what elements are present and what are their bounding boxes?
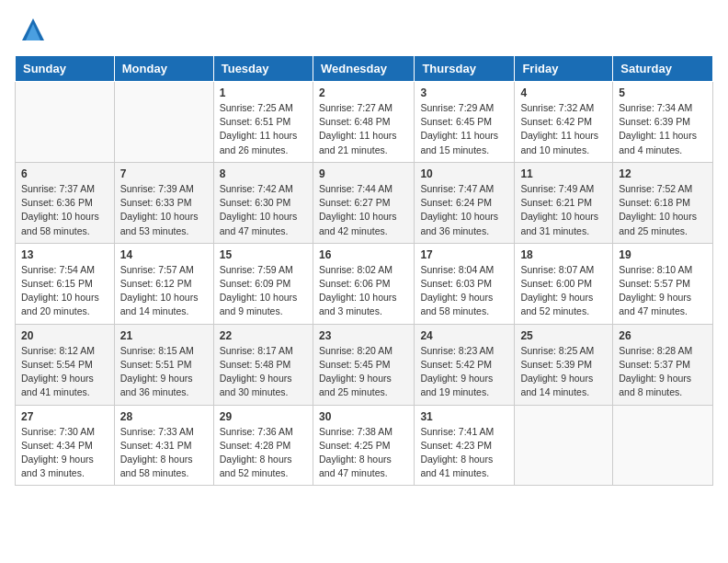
calendar-cell: 17Sunrise: 8:04 AM Sunset: 6:03 PM Dayli… <box>415 243 515 324</box>
day-info: Sunrise: 7:38 AM Sunset: 4:25 PM Dayligh… <box>319 425 408 481</box>
calendar-cell: 28Sunrise: 7:33 AM Sunset: 4:31 PM Dayli… <box>114 405 213 486</box>
calendar-cell: 26Sunrise: 8:28 AM Sunset: 5:37 PM Dayli… <box>613 324 713 405</box>
day-number: 31 <box>420 410 508 423</box>
calendar-cell: 9Sunrise: 7:44 AM Sunset: 6:27 PM Daylig… <box>313 162 414 243</box>
day-number: 10 <box>420 167 508 180</box>
day-number: 12 <box>619 167 707 180</box>
calendar-cell: 22Sunrise: 8:17 AM Sunset: 5:48 PM Dayli… <box>213 324 313 405</box>
day-info: Sunrise: 7:33 AM Sunset: 4:31 PM Dayligh… <box>120 425 208 481</box>
day-number: 18 <box>520 248 607 261</box>
calendar-week-row: 6Sunrise: 7:37 AM Sunset: 6:36 PM Daylig… <box>16 162 713 243</box>
calendar-cell: 13Sunrise: 7:54 AM Sunset: 6:15 PM Dayli… <box>16 243 115 324</box>
day-number: 20 <box>21 329 108 342</box>
day-number: 28 <box>120 410 208 423</box>
calendar-cell: 14Sunrise: 7:57 AM Sunset: 6:12 PM Dayli… <box>114 243 213 324</box>
day-number: 3 <box>420 86 508 99</box>
calendar: SundayMondayTuesdayWednesdayThursdayFrid… <box>15 55 713 486</box>
calendar-cell: 18Sunrise: 8:07 AM Sunset: 6:00 PM Dayli… <box>515 243 613 324</box>
calendar-cell: 31Sunrise: 7:41 AM Sunset: 4:23 PM Dayli… <box>415 405 515 486</box>
day-info: Sunrise: 8:15 AM Sunset: 5:51 PM Dayligh… <box>120 344 208 400</box>
day-number: 13 <box>21 248 108 261</box>
day-info: Sunrise: 7:34 AM Sunset: 6:39 PM Dayligh… <box>619 101 707 157</box>
header-tuesday: Tuesday <box>213 56 313 82</box>
day-info: Sunrise: 7:32 AM Sunset: 6:42 PM Dayligh… <box>520 101 607 157</box>
logo-icon <box>18 15 48 44</box>
day-number: 19 <box>619 248 707 261</box>
day-info: Sunrise: 7:59 AM Sunset: 6:09 PM Dayligh… <box>220 263 307 319</box>
day-number: 22 <box>220 329 307 342</box>
day-info: Sunrise: 7:39 AM Sunset: 6:33 PM Dayligh… <box>120 182 208 238</box>
calendar-cell: 21Sunrise: 8:15 AM Sunset: 5:51 PM Dayli… <box>114 324 213 405</box>
calendar-cell: 3Sunrise: 7:29 AM Sunset: 6:45 PM Daylig… <box>415 82 515 163</box>
day-info: Sunrise: 8:17 AM Sunset: 5:48 PM Dayligh… <box>220 344 307 400</box>
day-info: Sunrise: 7:44 AM Sunset: 6:27 PM Dayligh… <box>319 182 408 238</box>
day-info: Sunrise: 8:10 AM Sunset: 5:57 PM Dayligh… <box>619 263 707 319</box>
day-number: 27 <box>21 410 108 423</box>
day-number: 25 <box>520 329 607 342</box>
day-info: Sunrise: 7:30 AM Sunset: 4:34 PM Dayligh… <box>21 425 108 481</box>
day-number: 4 <box>520 86 607 99</box>
calendar-week-row: 13Sunrise: 7:54 AM Sunset: 6:15 PM Dayli… <box>16 243 713 324</box>
day-info: Sunrise: 7:41 AM Sunset: 4:23 PM Dayligh… <box>420 425 508 481</box>
calendar-cell <box>613 405 713 486</box>
day-number: 24 <box>420 329 508 342</box>
day-number: 21 <box>120 329 208 342</box>
day-info: Sunrise: 7:37 AM Sunset: 6:36 PM Dayligh… <box>21 182 108 238</box>
calendar-cell: 29Sunrise: 7:36 AM Sunset: 4:28 PM Dayli… <box>213 405 313 486</box>
calendar-week-row: 27Sunrise: 7:30 AM Sunset: 4:34 PM Dayli… <box>16 405 713 486</box>
day-info: Sunrise: 7:52 AM Sunset: 6:18 PM Dayligh… <box>619 182 707 238</box>
day-info: Sunrise: 8:04 AM Sunset: 6:03 PM Dayligh… <box>420 263 508 319</box>
day-number: 11 <box>520 167 607 180</box>
header-friday: Friday <box>515 56 613 82</box>
calendar-cell <box>114 82 213 163</box>
header-thursday: Thursday <box>415 56 515 82</box>
day-number: 2 <box>319 86 408 99</box>
calendar-cell: 12Sunrise: 7:52 AM Sunset: 6:18 PM Dayli… <box>613 162 713 243</box>
calendar-cell: 2Sunrise: 7:27 AM Sunset: 6:48 PM Daylig… <box>313 82 414 163</box>
calendar-cell: 1Sunrise: 7:25 AM Sunset: 6:51 PM Daylig… <box>213 82 313 163</box>
day-number: 1 <box>220 86 307 99</box>
calendar-cell <box>515 405 613 486</box>
day-number: 5 <box>619 86 707 99</box>
calendar-week-row: 1Sunrise: 7:25 AM Sunset: 6:51 PM Daylig… <box>16 82 713 163</box>
day-number: 26 <box>619 329 707 342</box>
calendar-cell: 6Sunrise: 7:37 AM Sunset: 6:36 PM Daylig… <box>16 162 115 243</box>
day-info: Sunrise: 7:57 AM Sunset: 6:12 PM Dayligh… <box>120 263 208 319</box>
day-number: 16 <box>319 248 408 261</box>
day-number: 15 <box>220 248 307 261</box>
day-info: Sunrise: 7:42 AM Sunset: 6:30 PM Dayligh… <box>220 182 307 238</box>
calendar-week-row: 20Sunrise: 8:12 AM Sunset: 5:54 PM Dayli… <box>16 324 713 405</box>
header-sunday: Sunday <box>16 56 115 82</box>
calendar-cell: 4Sunrise: 7:32 AM Sunset: 6:42 PM Daylig… <box>515 82 613 163</box>
calendar-cell: 8Sunrise: 7:42 AM Sunset: 6:30 PM Daylig… <box>213 162 313 243</box>
day-info: Sunrise: 7:49 AM Sunset: 6:21 PM Dayligh… <box>520 182 607 238</box>
day-number: 23 <box>319 329 408 342</box>
day-info: Sunrise: 8:25 AM Sunset: 5:39 PM Dayligh… <box>520 344 607 400</box>
page-header <box>15 15 713 44</box>
calendar-cell: 23Sunrise: 8:20 AM Sunset: 5:45 PM Dayli… <box>313 324 414 405</box>
day-info: Sunrise: 8:02 AM Sunset: 6:06 PM Dayligh… <box>319 263 408 319</box>
day-info: Sunrise: 7:54 AM Sunset: 6:15 PM Dayligh… <box>21 263 108 319</box>
calendar-cell: 24Sunrise: 8:23 AM Sunset: 5:42 PM Dayli… <box>415 324 515 405</box>
day-number: 30 <box>319 410 408 423</box>
day-number: 29 <box>220 410 307 423</box>
calendar-cell: 10Sunrise: 7:47 AM Sunset: 6:24 PM Dayli… <box>415 162 515 243</box>
day-number: 6 <box>21 167 108 180</box>
calendar-cell: 20Sunrise: 8:12 AM Sunset: 5:54 PM Dayli… <box>16 324 115 405</box>
calendar-header-row: SundayMondayTuesdayWednesdayThursdayFrid… <box>16 56 713 82</box>
day-info: Sunrise: 8:28 AM Sunset: 5:37 PM Dayligh… <box>619 344 707 400</box>
day-number: 17 <box>420 248 508 261</box>
calendar-cell: 27Sunrise: 7:30 AM Sunset: 4:34 PM Dayli… <box>16 405 115 486</box>
calendar-cell: 5Sunrise: 7:34 AM Sunset: 6:39 PM Daylig… <box>613 82 713 163</box>
day-info: Sunrise: 7:27 AM Sunset: 6:48 PM Dayligh… <box>319 101 408 157</box>
day-info: Sunrise: 7:36 AM Sunset: 4:28 PM Dayligh… <box>220 425 307 481</box>
day-info: Sunrise: 8:23 AM Sunset: 5:42 PM Dayligh… <box>420 344 508 400</box>
calendar-cell: 25Sunrise: 8:25 AM Sunset: 5:39 PM Dayli… <box>515 324 613 405</box>
header-wednesday: Wednesday <box>313 56 414 82</box>
calendar-cell <box>16 82 115 163</box>
calendar-cell: 15Sunrise: 7:59 AM Sunset: 6:09 PM Dayli… <box>213 243 313 324</box>
calendar-cell: 7Sunrise: 7:39 AM Sunset: 6:33 PM Daylig… <box>114 162 213 243</box>
calendar-cell: 19Sunrise: 8:10 AM Sunset: 5:57 PM Dayli… <box>613 243 713 324</box>
day-number: 14 <box>120 248 208 261</box>
calendar-cell: 11Sunrise: 7:49 AM Sunset: 6:21 PM Dayli… <box>515 162 613 243</box>
